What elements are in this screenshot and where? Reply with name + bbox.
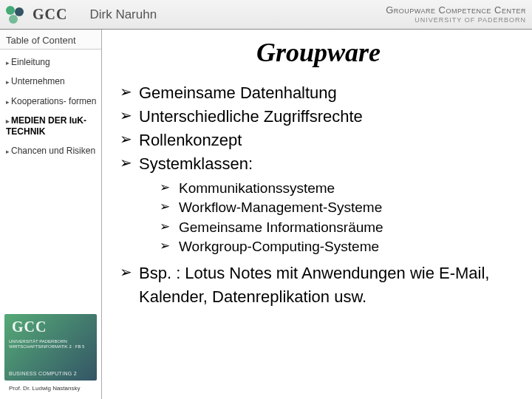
bullet-l1: Rollenkonzept [120, 129, 517, 152]
toc-item-label: Chancen und Risiken [11, 146, 95, 156]
bullet-l2: Workgroup-Computing-Systeme [160, 237, 517, 257]
bullet-l1-text: Systemklassen: [139, 154, 253, 173]
toc-item-kooperationsformen[interactable]: ▸Kooperations- formen [4, 92, 98, 111]
university-label: UNIVERSITY OF PADERBORN [386, 16, 526, 24]
svg-point-1 [15, 7, 24, 16]
body: Table of Content ▸Einleitung ▸Unternehme… [0, 30, 532, 399]
bullet-l1: Systemklassen: Kommunikationssysteme Wor… [120, 152, 517, 257]
author-name: Dirk Naruhn [89, 7, 157, 22]
bullet-list-level2: Kommunikationssysteme Workflow-Managemen… [160, 179, 517, 257]
bullet-l2: Gemeinsame Informationsräume [160, 218, 517, 238]
svg-point-2 [9, 15, 18, 24]
chevron-right-icon: ▸ [6, 98, 10, 106]
bullet-l2: Workflow-Management-Systeme [160, 198, 517, 218]
toc-item-label: Unternehmen [11, 76, 65, 86]
header-right: Groupware Competence Center UNIVERSITY O… [386, 5, 532, 23]
main-content: Groupware Gemeinsame Datenhaltung Unters… [102, 30, 532, 399]
department-logo-text: UNIVERSITÄT PADERBORN WIRTSCHAFTSINFORMA… [9, 339, 97, 349]
bullet-l1: Unterschiedliche Zugriffsrechte [120, 105, 517, 129]
toc-item-label: Einleitung [11, 57, 50, 67]
toc-item-label: Kooperations- formen [11, 96, 96, 106]
sidebar-footer: UNIVERSITÄT PADERBORN WIRTSCHAFTSINFORMA… [0, 310, 101, 399]
chevron-right-icon: ▸ [6, 117, 10, 126]
bullet-l2: Kommunikationssysteme [160, 179, 517, 199]
slide-title: Groupware [120, 37, 517, 68]
toc-header: Table of Content [0, 30, 101, 50]
competence-center-label: Groupware Competence Center [386, 5, 526, 16]
chevron-right-icon: ▸ [6, 59, 10, 67]
bullet-l1: Gemeinsame Datenhaltung [120, 81, 517, 105]
header-bar: GCC Dirk Naruhn Groupware Competence Cen… [0, 0, 532, 30]
toc-item-medien-iuk[interactable]: ▸MEDIEN DER IuK-TECHNIK [4, 111, 98, 141]
slide: GCC Dirk Naruhn Groupware Competence Cen… [0, 0, 532, 399]
sidebar: Table of Content ▸Einleitung ▸Unternehme… [0, 30, 102, 399]
gcc-logo-icon [0, 0, 30, 30]
toc-item-label: MEDIEN DER IuK-TECHNIK [6, 115, 86, 136]
toc-item-einleitung[interactable]: ▸Einleitung [4, 52, 98, 72]
toc-list: ▸Einleitung ▸Unternehmen ▸Kooperations- … [0, 50, 101, 163]
gcc-text: GCC [33, 6, 67, 23]
bullet-l1: Bsp. : Lotus Notes mit Anwendungen wie E… [120, 262, 517, 309]
svg-point-0 [6, 6, 15, 15]
chevron-right-icon: ▸ [6, 78, 10, 86]
professor-name: Prof. Dr. Ludwig Nastansky [4, 383, 97, 395]
chevron-right-icon: ▸ [6, 148, 10, 156]
toc-item-unternehmen[interactable]: ▸Unternehmen [4, 72, 98, 91]
toc-item-chancen-risiken[interactable]: ▸Chancen und Risiken [4, 141, 98, 160]
department-logo: UNIVERSITÄT PADERBORN WIRTSCHAFTSINFORMA… [4, 314, 97, 381]
bullet-list-level1: Gemeinsame Datenhaltung Unterschiedliche… [120, 81, 517, 309]
